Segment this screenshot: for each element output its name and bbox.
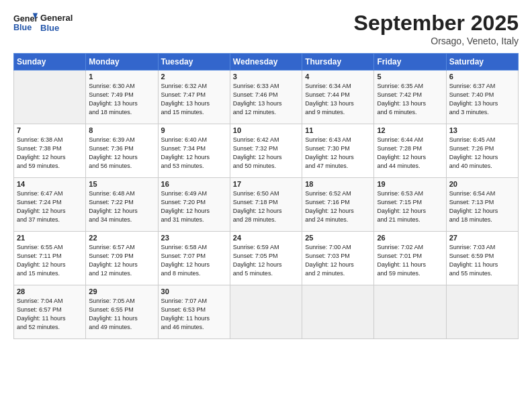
day-cell: 17Sunrise: 6:50 AM Sunset: 7:18 PM Dayli… [230, 178, 302, 232]
logo-general: General [40, 13, 73, 23]
day-info: Sunrise: 7:07 AM Sunset: 6:53 PM Dayligh… [161, 297, 227, 332]
logo-blue: Blue [40, 23, 73, 33]
day-cell: 2Sunrise: 6:32 AM Sunset: 7:47 PM Daylig… [158, 71, 230, 124]
day-info: Sunrise: 6:35 AM Sunset: 7:42 PM Dayligh… [377, 82, 443, 117]
day-cell: 3Sunrise: 6:33 AM Sunset: 7:46 PM Daylig… [230, 71, 302, 124]
day-info: Sunrise: 6:53 AM Sunset: 7:15 PM Dayligh… [377, 189, 443, 224]
day-info: Sunrise: 7:05 AM Sunset: 6:55 PM Dayligh… [89, 297, 154, 332]
calendar-table: SundayMondayTuesdayWednesdayThursdayFrid… [13, 53, 519, 339]
day-info: Sunrise: 6:57 AM Sunset: 7:09 PM Dayligh… [89, 243, 154, 278]
day-number: 13 [449, 126, 515, 134]
calendar-header-row: SundayMondayTuesdayWednesdayThursdayFrid… [14, 54, 519, 71]
day-info: Sunrise: 6:59 AM Sunset: 7:05 PM Dayligh… [233, 243, 299, 278]
day-info: Sunrise: 6:40 AM Sunset: 7:34 PM Dayligh… [161, 136, 227, 171]
day-number: 24 [233, 234, 299, 242]
day-number: 15 [89, 180, 154, 188]
svg-text:Blue: Blue [13, 23, 32, 32]
day-cell: 9Sunrise: 6:40 AM Sunset: 7:34 PM Daylig… [158, 124, 230, 178]
day-cell [302, 285, 374, 339]
day-number: 19 [377, 180, 443, 188]
day-info: Sunrise: 6:32 AM Sunset: 7:47 PM Dayligh… [161, 82, 227, 117]
week-row-4: 21Sunrise: 6:55 AM Sunset: 7:11 PM Dayli… [14, 232, 519, 285]
day-number: 27 [449, 234, 515, 242]
day-info: Sunrise: 6:43 AM Sunset: 7:30 PM Dayligh… [305, 136, 371, 171]
day-info: Sunrise: 6:30 AM Sunset: 7:49 PM Dayligh… [89, 82, 154, 117]
day-cell: 24Sunrise: 6:59 AM Sunset: 7:05 PM Dayli… [230, 232, 302, 285]
logo-icon: General Blue [13, 11, 38, 35]
day-number: 2 [161, 73, 227, 81]
month-title: September 2025 [354, 11, 519, 36]
day-number: 11 [305, 126, 371, 134]
day-cell: 1Sunrise: 6:30 AM Sunset: 7:49 PM Daylig… [86, 71, 158, 124]
week-row-2: 7Sunrise: 6:38 AM Sunset: 7:38 PM Daylig… [14, 124, 519, 178]
day-info: Sunrise: 6:38 AM Sunset: 7:38 PM Dayligh… [17, 136, 83, 171]
day-info: Sunrise: 7:02 AM Sunset: 7:01 PM Dayligh… [377, 243, 443, 278]
day-number: 10 [233, 126, 299, 134]
day-number: 6 [449, 73, 515, 81]
day-number: 8 [89, 126, 154, 134]
location: Orsago, Veneto, Italy [354, 36, 519, 46]
day-cell: 8Sunrise: 6:39 AM Sunset: 7:36 PM Daylig… [86, 124, 158, 178]
header: General Blue General Blue September 2025… [13, 11, 519, 46]
day-number: 21 [17, 234, 83, 242]
day-info: Sunrise: 6:34 AM Sunset: 7:44 PM Dayligh… [305, 82, 371, 117]
day-number: 5 [377, 73, 443, 81]
col-header-saturday: Saturday [446, 54, 518, 71]
day-info: Sunrise: 6:33 AM Sunset: 7:46 PM Dayligh… [233, 82, 299, 117]
day-cell: 27Sunrise: 7:03 AM Sunset: 6:59 PM Dayli… [446, 232, 518, 285]
day-info: Sunrise: 6:45 AM Sunset: 7:26 PM Dayligh… [449, 136, 515, 171]
day-cell: 16Sunrise: 6:49 AM Sunset: 7:20 PM Dayli… [158, 178, 230, 232]
day-number: 1 [89, 73, 154, 81]
day-info: Sunrise: 6:44 AM Sunset: 7:28 PM Dayligh… [377, 136, 443, 171]
day-cell [374, 285, 446, 339]
day-cell: 26Sunrise: 7:02 AM Sunset: 7:01 PM Dayli… [374, 232, 446, 285]
col-header-thursday: Thursday [302, 54, 374, 71]
day-number: 29 [89, 287, 154, 295]
day-number: 18 [305, 180, 371, 188]
col-header-friday: Friday [374, 54, 446, 71]
day-number: 20 [449, 180, 515, 188]
day-cell: 21Sunrise: 6:55 AM Sunset: 7:11 PM Dayli… [14, 232, 86, 285]
week-row-5: 28Sunrise: 7:04 AM Sunset: 6:57 PM Dayli… [14, 285, 519, 339]
day-number: 26 [377, 234, 443, 242]
day-number: 9 [161, 126, 227, 134]
day-info: Sunrise: 6:52 AM Sunset: 7:16 PM Dayligh… [305, 189, 371, 224]
day-number: 23 [161, 234, 227, 242]
day-info: Sunrise: 6:58 AM Sunset: 7:07 PM Dayligh… [161, 243, 227, 278]
day-cell: 7Sunrise: 6:38 AM Sunset: 7:38 PM Daylig… [14, 124, 86, 178]
title-block: September 2025 Orsago, Veneto, Italy [354, 11, 519, 46]
day-info: Sunrise: 7:04 AM Sunset: 6:57 PM Dayligh… [17, 297, 83, 332]
day-number: 28 [17, 287, 83, 295]
day-info: Sunrise: 6:50 AM Sunset: 7:18 PM Dayligh… [233, 189, 299, 224]
day-number: 16 [161, 180, 227, 188]
day-info: Sunrise: 6:37 AM Sunset: 7:40 PM Dayligh… [449, 82, 515, 117]
day-cell: 6Sunrise: 6:37 AM Sunset: 7:40 PM Daylig… [446, 71, 518, 124]
col-header-sunday: Sunday [14, 54, 86, 71]
day-number: 17 [233, 180, 299, 188]
day-info: Sunrise: 6:42 AM Sunset: 7:32 PM Dayligh… [233, 136, 299, 171]
day-number: 14 [17, 180, 83, 188]
day-cell: 25Sunrise: 7:00 AM Sunset: 7:03 PM Dayli… [302, 232, 374, 285]
day-cell: 10Sunrise: 6:42 AM Sunset: 7:32 PM Dayli… [230, 124, 302, 178]
day-number: 3 [233, 73, 299, 81]
day-cell: 13Sunrise: 6:45 AM Sunset: 7:26 PM Dayli… [446, 124, 518, 178]
day-cell: 11Sunrise: 6:43 AM Sunset: 7:30 PM Dayli… [302, 124, 374, 178]
logo: General Blue General Blue [13, 11, 73, 35]
day-info: Sunrise: 6:54 AM Sunset: 7:13 PM Dayligh… [449, 189, 515, 224]
day-info: Sunrise: 6:47 AM Sunset: 7:24 PM Dayligh… [17, 189, 83, 224]
page: General Blue General Blue September 2025… [0, 0, 532, 350]
day-number: 25 [305, 234, 371, 242]
day-info: Sunrise: 7:00 AM Sunset: 7:03 PM Dayligh… [305, 243, 371, 278]
day-number: 30 [161, 287, 227, 295]
day-cell: 4Sunrise: 6:34 AM Sunset: 7:44 PM Daylig… [302, 71, 374, 124]
day-cell [446, 285, 518, 339]
day-number: 22 [89, 234, 154, 242]
day-cell: 23Sunrise: 6:58 AM Sunset: 7:07 PM Dayli… [158, 232, 230, 285]
day-cell: 28Sunrise: 7:04 AM Sunset: 6:57 PM Dayli… [14, 285, 86, 339]
day-cell [14, 71, 86, 124]
day-info: Sunrise: 6:49 AM Sunset: 7:20 PM Dayligh… [161, 189, 227, 224]
day-cell: 20Sunrise: 6:54 AM Sunset: 7:13 PM Dayli… [446, 178, 518, 232]
day-number: 4 [305, 73, 371, 81]
day-cell: 29Sunrise: 7:05 AM Sunset: 6:55 PM Dayli… [86, 285, 158, 339]
col-header-wednesday: Wednesday [230, 54, 302, 71]
